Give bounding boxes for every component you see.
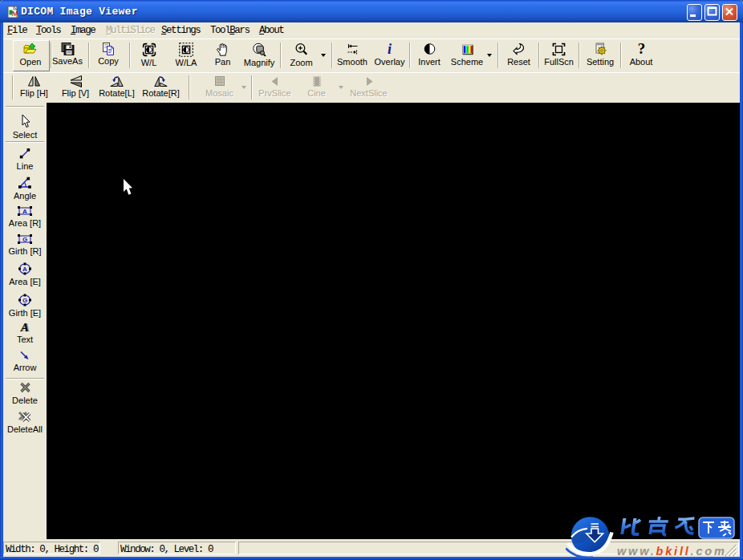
svg-text:?: ? (637, 43, 645, 56)
svg-text:www.bkill.com: www.bkill.com (617, 545, 727, 558)
svg-text:G: G (22, 297, 27, 304)
svg-text:A: A (22, 208, 27, 215)
svg-text:A: A (22, 266, 27, 273)
svg-text:A: A (20, 321, 29, 334)
svg-text:G: G (22, 236, 27, 243)
svg-text:i: i (388, 43, 392, 56)
